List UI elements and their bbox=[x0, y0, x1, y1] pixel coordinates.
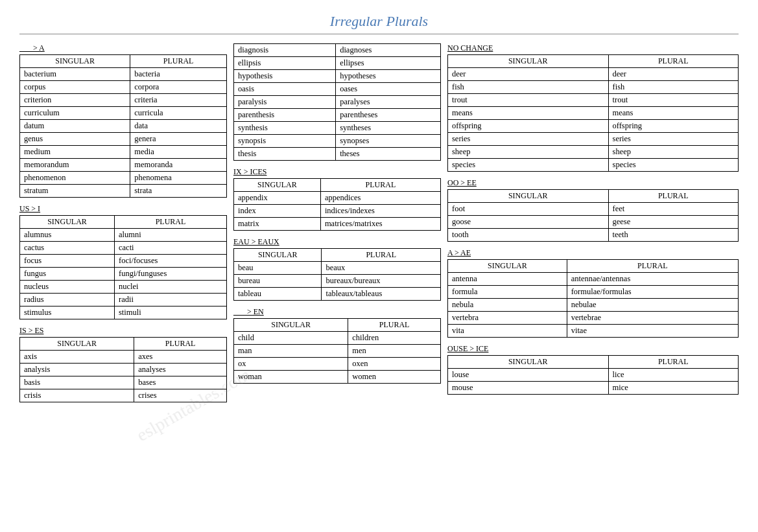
col-header-plural-ixices: PLURAL bbox=[320, 179, 440, 192]
table-cell: bacterium bbox=[20, 68, 130, 81]
table-cell: media bbox=[130, 146, 227, 159]
table-row: womanwomen bbox=[234, 371, 441, 384]
table-cell: oasis bbox=[234, 83, 336, 96]
table-row: memorandummemoranda bbox=[20, 159, 227, 172]
left-column: ___ > A SINGULAR PLURAL bacteriumbacteri… bbox=[19, 43, 227, 402]
table-cell: foot bbox=[448, 203, 609, 216]
table-cell: synthesis bbox=[234, 122, 336, 135]
table-row: fungusfungi/funguses bbox=[20, 268, 227, 281]
col-header-singular-eaueaux: SINGULAR bbox=[234, 249, 322, 262]
table-cell: series bbox=[448, 133, 609, 146]
table-cell: nebulae bbox=[567, 299, 738, 312]
table-cell: tableaux/tableaus bbox=[322, 288, 441, 301]
table-cell: foci/focuses bbox=[114, 255, 226, 268]
table-row: meansmeans bbox=[448, 107, 739, 120]
table-cell: tooth bbox=[448, 229, 609, 242]
table-cell: offspring bbox=[448, 120, 609, 133]
section-ix-ices-title: IX > ICES bbox=[233, 167, 441, 177]
table-row: nucleusnuclei bbox=[20, 281, 227, 294]
table-row: antennaantennae/antennas bbox=[448, 273, 739, 286]
table-cell: trout bbox=[608, 94, 738, 107]
section-ix-ices: IX > ICES SINGULAR PLURAL appendixappend… bbox=[233, 167, 441, 231]
table-row: stratumstrata bbox=[20, 185, 227, 198]
col-header-singular-ises: SINGULAR bbox=[20, 338, 134, 351]
table-cell: axes bbox=[134, 351, 227, 364]
table-cell: paralysis bbox=[234, 96, 336, 109]
col-header-singular-ouseice: SINGULAR bbox=[448, 356, 609, 369]
table-row: paralysisparalyses bbox=[234, 96, 441, 109]
col-header-plural-nc: PLURAL bbox=[608, 55, 738, 68]
table-cell: parenthesis bbox=[234, 109, 336, 122]
table-cell: appendix bbox=[234, 192, 321, 205]
table-cell: species bbox=[448, 159, 609, 172]
table-cell: curricula bbox=[130, 107, 227, 120]
table-cell: alumnus bbox=[20, 229, 115, 242]
table-row: basisbases bbox=[20, 376, 227, 389]
table-cell: parentheses bbox=[336, 109, 441, 122]
col-header-plural-en: PLURAL bbox=[348, 319, 441, 332]
table-row: mousemice bbox=[448, 382, 739, 395]
table-cell: memoranda bbox=[130, 159, 227, 172]
section-eau-eaux: EAU > EAUX SINGULAR PLURAL beaubeauxbure… bbox=[233, 237, 441, 301]
section-ouse-ice-title: OUSE > ICE bbox=[447, 344, 739, 354]
table-cell: sheep bbox=[448, 146, 609, 159]
table-cell: analysis bbox=[20, 364, 134, 376]
table-row: radiusradii bbox=[20, 294, 227, 306]
table-row: alumnusalumni bbox=[20, 229, 227, 242]
table-cell: index bbox=[234, 205, 321, 218]
table-cell: offspring bbox=[608, 120, 738, 133]
table-cell: vitae bbox=[567, 325, 738, 338]
table-row: sheepsheep bbox=[448, 146, 739, 159]
table-row: focusfoci/focuses bbox=[20, 255, 227, 268]
col-header-singular-aae: SINGULAR bbox=[448, 260, 567, 273]
table-no-change: SINGULAR PLURAL deerdeerfishfishtrouttro… bbox=[447, 54, 739, 172]
table-row: synthesissyntheses bbox=[234, 122, 441, 135]
table-cell: crises bbox=[134, 389, 227, 402]
table-cell: woman bbox=[234, 371, 348, 384]
table-cell: lice bbox=[608, 369, 738, 382]
table-cell: bureau bbox=[234, 275, 322, 288]
col-header-plural-ouseice: PLURAL bbox=[608, 356, 738, 369]
col-header-singular-ooee: SINGULAR bbox=[448, 190, 609, 203]
table-row: appendixappendices bbox=[234, 192, 441, 205]
table-cell: oxen bbox=[348, 358, 441, 371]
table-cell: radii bbox=[114, 294, 226, 306]
table-cell: geese bbox=[608, 216, 738, 229]
table-row: oxoxen bbox=[234, 358, 441, 371]
table-row: footfeet bbox=[448, 203, 739, 216]
table-row: crisiscrises bbox=[20, 389, 227, 402]
table-row: formulaformulae/formulas bbox=[448, 286, 739, 299]
table-cell: oases bbox=[336, 83, 441, 96]
table-eau-eaux: SINGULAR PLURAL beaubeauxbureaubureaux/b… bbox=[233, 248, 441, 301]
table-cell: mouse bbox=[448, 382, 609, 395]
table-oo-ee: SINGULAR PLURAL footfeetgoosegeesetootht… bbox=[447, 189, 739, 242]
section-no-change: NO CHANGE SINGULAR PLURAL deerdeerfishfi… bbox=[447, 43, 739, 172]
table-cell: formulae/formulas bbox=[567, 286, 738, 299]
table-cell: data bbox=[130, 120, 227, 133]
table-a-ae: SINGULAR PLURAL antennaantennae/antennas… bbox=[447, 259, 739, 338]
table-cell: tableau bbox=[234, 288, 322, 301]
mid-column: diagnosisdiagnosesellipsisellipseshypoth… bbox=[233, 43, 441, 384]
table-cell: diagnoses bbox=[336, 44, 441, 57]
table-cell: phenomena bbox=[130, 172, 227, 185]
table-cell: bases bbox=[134, 376, 227, 389]
table-cell: bacteria bbox=[130, 68, 227, 81]
table-row: mediummedia bbox=[20, 146, 227, 159]
table-cell: memorandum bbox=[20, 159, 130, 172]
table-cell: beaux bbox=[322, 262, 441, 275]
table-row: goosegeese bbox=[448, 216, 739, 229]
section-a-ae-title: A > AE bbox=[447, 248, 739, 258]
table-cell: paralyses bbox=[336, 96, 441, 109]
section-oo-ee-title: OO > EE bbox=[447, 178, 739, 188]
col-header-plural-aae: PLURAL bbox=[567, 260, 738, 273]
section-us-i-title: US > I bbox=[19, 204, 227, 214]
table-cell: nuclei bbox=[114, 281, 226, 294]
table-row: bureaubureaux/bureaux bbox=[234, 275, 441, 288]
table-row: offspringoffspring bbox=[448, 120, 739, 133]
table-row: corpuscorpora bbox=[20, 81, 227, 94]
table-cell: ox bbox=[234, 358, 348, 371]
table-cell: theses bbox=[336, 148, 441, 161]
table-cell: analyses bbox=[134, 364, 227, 376]
table-row: trouttrout bbox=[448, 94, 739, 107]
table-row: beaubeaux bbox=[234, 262, 441, 275]
